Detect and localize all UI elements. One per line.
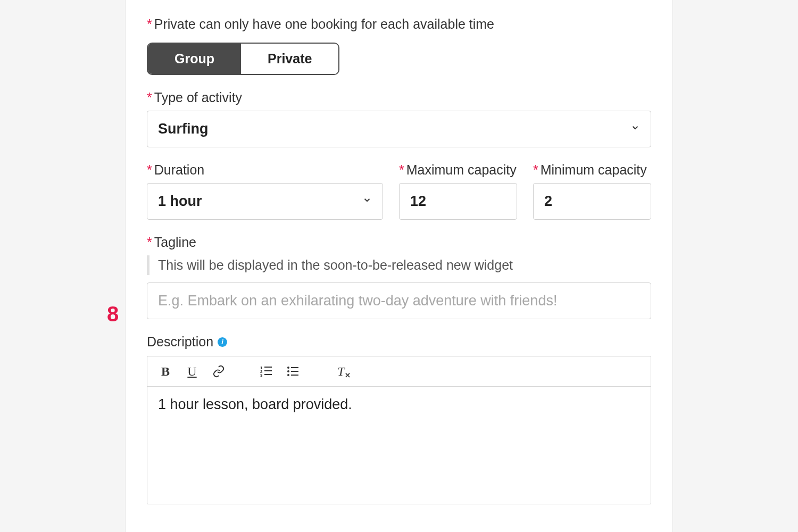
- svg-point-10: [287, 374, 289, 376]
- max-capacity-input[interactable]: [410, 193, 506, 210]
- svg-point-8: [287, 370, 289, 372]
- tagline-label: *Tagline: [147, 235, 651, 250]
- step-number-badge: 8: [107, 302, 119, 326]
- description-label: Description: [147, 334, 213, 350]
- svg-rect-7: [291, 367, 298, 368]
- svg-rect-9: [291, 371, 298, 372]
- svg-text:3: 3: [260, 373, 263, 378]
- chevron-down-icon: [630, 123, 640, 135]
- info-icon[interactable]: i: [218, 337, 227, 347]
- clear-format-icon[interactable]: T✕: [334, 364, 348, 379]
- ordered-list-icon[interactable]: 123: [259, 364, 274, 379]
- min-capacity-field[interactable]: [533, 183, 651, 220]
- description-editor: B U 123 T✕ 1 hour lesson, board provi: [147, 356, 651, 504]
- svg-rect-3: [264, 370, 272, 371]
- group-toggle-button[interactable]: Group: [148, 44, 241, 74]
- min-capacity-input[interactable]: [544, 193, 640, 210]
- booking-mode-toggle: Group Private: [147, 43, 339, 75]
- duration-value: 1 hour: [158, 193, 202, 210]
- tagline-hint: This will be displayed in the soon-to-be…: [147, 255, 651, 275]
- link-icon[interactable]: [211, 364, 226, 379]
- bold-icon[interactable]: B: [158, 364, 173, 379]
- description-textarea[interactable]: 1 hour lesson, board provided.: [147, 387, 651, 504]
- chevron-down-icon: [362, 195, 372, 207]
- duration-select[interactable]: 1 hour: [147, 183, 383, 220]
- private-toggle-button[interactable]: Private: [241, 44, 338, 74]
- svg-rect-5: [264, 374, 272, 375]
- svg-rect-11: [291, 375, 298, 376]
- max-capacity-label: *Maximum capacity: [399, 162, 517, 178]
- type-of-activity-value: Surfing: [158, 121, 209, 137]
- underline-icon[interactable]: U: [185, 364, 200, 379]
- type-of-activity-label: *Type of activity: [147, 90, 651, 105]
- duration-label: *Duration: [147, 162, 383, 178]
- booking-mode-note: *Private can only have one booking for e…: [147, 16, 651, 32]
- editor-toolbar: B U 123 T✕: [147, 356, 651, 387]
- max-capacity-field[interactable]: [399, 183, 517, 220]
- unordered-list-icon[interactable]: [286, 364, 301, 379]
- tagline-input[interactable]: [147, 282, 651, 319]
- svg-rect-1: [264, 367, 272, 368]
- min-capacity-label: *Minimum capacity: [533, 162, 651, 178]
- svg-point-6: [287, 367, 289, 369]
- type-of-activity-select[interactable]: Surfing: [147, 111, 651, 147]
